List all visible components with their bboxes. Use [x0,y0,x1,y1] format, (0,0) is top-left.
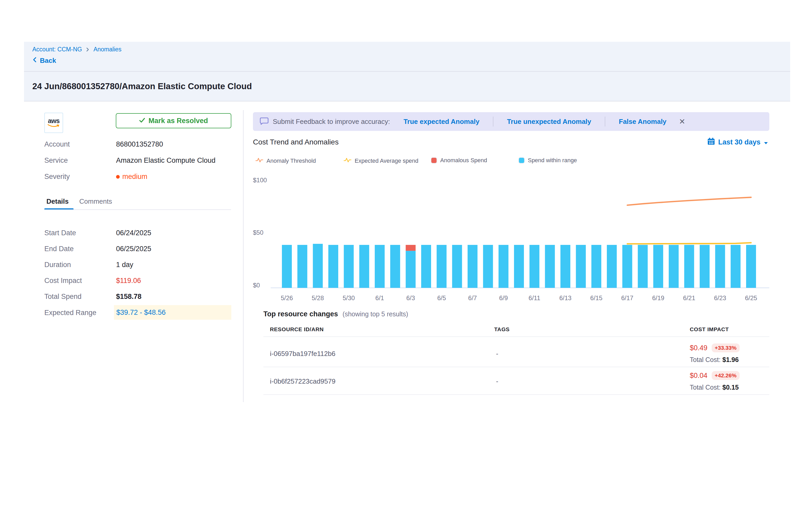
severity-text: medium [122,173,147,181]
breadcrumb: Account: CCM-NG Anomalies [32,46,790,53]
comment-bubble-icon [260,117,269,126]
divider [263,394,769,395]
mark-as-resolved-button[interactable]: Mark as Resolved [116,113,231,128]
legend-expected-average: Expected Average spend [344,157,418,165]
feedback-bar: Submit Feedback to improve accuracy: Tru… [253,112,769,131]
svg-text:6/13: 6/13 [559,294,572,302]
calendar-icon [707,137,715,147]
svg-text:6/17: 6/17 [621,294,633,302]
y-axis-tick-100: $100 [253,176,270,184]
divider [605,117,605,127]
svg-text:6/3: 6/3 [406,294,415,302]
column-header-cost-impact: COST IMPACT [690,326,729,332]
aws-logo: aws [44,113,63,133]
cost-impact-amount: $0.49 [690,344,707,352]
svg-text:6/21: 6/21 [683,294,695,302]
chevron-down-icon [764,138,768,146]
total-spend-label: Total Spend [44,292,82,301]
expected-range-value: $39.72 - $48.56 [114,305,231,320]
y-axis-tick-50: $50 [253,229,270,236]
end-date-value: 06/25/2025 [116,245,151,253]
divider [263,367,769,367]
start-date-value: 06/24/2025 [116,229,151,237]
chevron-left-icon [32,57,37,65]
total-cost-label: Total Cost: [690,356,721,363]
resource-table-subtitle: (showing top 5 results) [343,310,408,318]
svg-text:6/25: 6/25 [745,294,757,302]
breadcrumb-anomalies-link[interactable]: Anomalies [93,46,121,53]
svg-text:6/1: 6/1 [375,294,384,302]
svg-text:5/28: 5/28 [312,294,324,302]
change-percent-badge: +33.33% [712,343,740,352]
page-title: 24 Jun/868001352780/Amazon Elastic Compu… [32,81,252,91]
account-label: Account [44,140,70,148]
resource-table-title: Top resource changes (showing top 5 resu… [263,310,408,318]
svg-text:6/11: 6/11 [529,294,540,302]
title-band: 24 Jun/868001352780/Amazon Elastic Compu… [24,72,790,101]
svg-text:5/26: 5/26 [281,294,293,302]
breadcrumb-account-link[interactable]: Account: CCM-NG [32,46,82,53]
divider [263,337,769,337]
total-cost-value: $1.96 [722,356,739,363]
cost-trend-chart[interactable]: 5/265/285/306/16/36/56/76/96/116/136/156… [271,180,769,303]
legend-anomalous-spend: Anomalous Spend [431,157,487,164]
y-axis-tick-0: $0 [253,282,270,289]
resolve-button-label: Mark as Resolved [148,117,208,125]
resource-table-title-text: Top resource changes [263,310,338,318]
close-icon[interactable]: ✕ [679,118,685,126]
anomalous-spend-swatch-icon [431,157,437,164]
column-header-tags: TAGS [494,326,510,332]
total-cost-cell: Total Cost: $0.15 [690,384,739,391]
divider [44,209,231,210]
aws-smile-icon [47,124,60,128]
total-cost-cell: Total Cost: $1.96 [690,356,739,363]
end-date-label: End Date [44,245,74,253]
total-cost-label: Total Cost: [690,384,721,391]
resource-id-link[interactable]: i-0b6f257223cad9579 [270,377,336,385]
svg-text:6/7: 6/7 [468,294,477,302]
total-spend-value: $158.78 [116,292,141,301]
svg-text:6/23: 6/23 [714,294,726,302]
service-label: Service [44,156,68,165]
cost-trend-chart-svg: 5/265/285/306/16/36/56/76/96/116/136/156… [271,180,769,303]
service-value: Amazon Elastic Compute Cloud [116,156,215,165]
date-range-selector[interactable]: Last 30 days [707,137,768,147]
severity-dot-icon [116,175,120,179]
cost-impact-amount: $0.04 [690,372,707,380]
anomaly-threshold-line-icon [255,157,263,165]
chevron-right-icon [86,47,90,52]
cost-impact-label: Cost Impact [44,277,82,285]
svg-text:6/5: 6/5 [437,294,446,302]
panel-divider [243,110,244,402]
cost-impact-value: $119.06 [116,277,141,285]
resource-id-link[interactable]: i-06597ba197fe112b6 [270,350,335,358]
back-button[interactable]: Back [32,57,66,65]
main-content: aws Mark as Resolved Account 86800135278… [24,101,790,532]
feedback-option-true-expected[interactable]: True expected Anomaly [403,118,479,126]
duration-label: Duration [44,261,71,269]
legend-anomaly-threshold: Anomaly Threshold [255,157,316,165]
chart-title: Cost Trend and Anomalies [253,138,339,146]
account-value: 868001352780 [116,140,163,148]
feedback-option-false-anomaly[interactable]: False Anomaly [619,118,667,126]
tab-details[interactable]: Details [46,197,69,206]
feedback-option-true-unexpected[interactable]: True unexpected Anomaly [507,118,591,126]
change-percent-badge: +42.26% [712,371,740,380]
tab-comments[interactable]: Comments [79,197,112,206]
svg-text:6/15: 6/15 [590,294,603,302]
total-cost-value: $0.15 [722,384,739,391]
divider [493,117,493,127]
svg-text:5/30: 5/30 [343,294,355,302]
legend-label: Anomaly Threshold [267,157,316,164]
legend-label: Anomalous Spend [440,157,487,164]
spend-within-range-swatch-icon [518,157,525,164]
feedback-prompt: Submit Feedback to improve accuracy: [273,118,390,126]
aws-logo-text: aws [48,118,59,124]
legend-label: Expected Average spend [355,157,418,164]
breadcrumb-band: Account: CCM-NG Anomalies Back [24,42,790,71]
duration-value: 1 day [116,261,133,269]
svg-text:6/19: 6/19 [652,294,664,302]
legend-label: Spend within range [528,157,577,164]
back-label: Back [40,57,56,65]
start-date-label: Start Date [44,229,76,237]
